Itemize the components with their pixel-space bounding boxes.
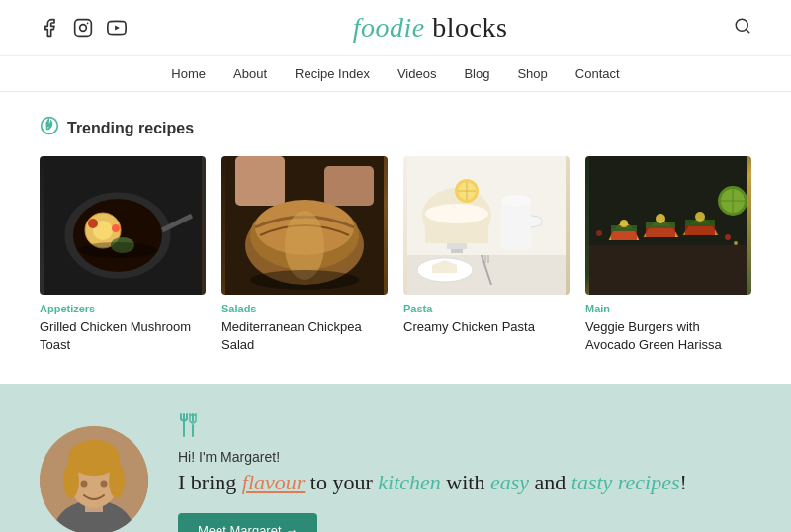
about-section: Hi! I'm Margaret! I bring flavour to you… — [0, 384, 791, 532]
svg-point-23 — [250, 270, 359, 290]
svg-rect-35 — [501, 201, 531, 250]
tagline-mid3: and — [529, 470, 571, 494]
recipe-image-4 — [585, 156, 751, 295]
svg-rect-34 — [451, 249, 463, 253]
svg-rect-18 — [324, 166, 374, 206]
recipe-name-4: Veggie Burgers with Avocado Green Hariss… — [585, 318, 751, 354]
about-greeting: Hi! I'm Margaret! — [178, 449, 751, 465]
about-text-wrap: Hi! I'm Margaret! I bring flavour to you… — [178, 413, 751, 532]
avatar — [40, 426, 148, 532]
site-title: foodie blocks — [353, 12, 508, 44]
recipe-card-2[interactable]: Salads Mediterranean Chickpea Salad — [221, 156, 388, 354]
svg-rect-33 — [447, 243, 467, 249]
tagline-mid: to your — [305, 470, 378, 494]
recipe-category-3: Pasta — [403, 303, 570, 314]
recipe-name-1: Grilled Chicken Mushroom Toast — [40, 318, 206, 354]
recipe-name-3: Creamy Chicken Pasta — [403, 318, 570, 336]
site-title-foodie: foodie — [353, 12, 425, 43]
tagline-flavour: flavour — [242, 470, 306, 494]
svg-rect-0 — [75, 20, 92, 37]
fork-knife-icon — [178, 413, 751, 443]
svg-point-67 — [81, 481, 88, 488]
about-tagline: I bring flavour to your kitchen with eas… — [178, 469, 751, 497]
svg-point-52 — [695, 212, 705, 222]
svg-point-12 — [88, 219, 98, 228]
trending-header: Trending recipes — [40, 116, 751, 140]
recipe-card-1[interactable]: Appetizers Grilled Chicken Mushroom Toas… — [40, 156, 206, 354]
facebook-icon[interactable] — [40, 18, 59, 38]
tagline-mid2: with — [441, 470, 490, 494]
social-icons — [40, 18, 127, 38]
tagline-tasty: tasty recipes — [571, 470, 680, 494]
tagline-easy: easy — [490, 470, 529, 494]
svg-point-66 — [109, 463, 125, 498]
svg-rect-17 — [235, 156, 285, 206]
svg-point-68 — [101, 481, 108, 488]
recipe-card-3[interactable]: Pasta Creamy Chicken Pasta — [403, 156, 570, 354]
nav-blog[interactable]: Blog — [464, 66, 489, 81]
svg-line-5 — [746, 29, 748, 32]
svg-point-49 — [656, 214, 665, 223]
svg-point-59 — [596, 230, 602, 236]
trending-title: Trending recipes — [67, 120, 194, 137]
recipe-image-2 — [221, 156, 388, 295]
nav-shop[interactable]: Shop — [517, 66, 547, 81]
instagram-icon[interactable] — [73, 18, 93, 38]
recipe-category-1: Appetizers — [40, 303, 206, 314]
svg-point-2 — [87, 23, 89, 25]
svg-point-1 — [80, 25, 87, 32]
nav-contact[interactable]: Contact — [575, 66, 620, 81]
svg-point-65 — [63, 463, 79, 498]
svg-point-58 — [734, 241, 738, 245]
main-content: Trending recipes — [0, 92, 791, 384]
svg-point-15 — [78, 242, 157, 258]
recipe-image-3 — [403, 156, 570, 295]
svg-point-22 — [285, 211, 324, 280]
recipe-name-2: Mediterranean Chickpea Salad — [221, 318, 388, 354]
nav-home[interactable]: Home — [171, 66, 206, 81]
svg-point-46 — [620, 220, 628, 227]
tagline-end: ! — [680, 470, 687, 494]
recipe-category-4: Main — [585, 303, 751, 314]
youtube-icon[interactable] — [107, 18, 127, 38]
svg-point-36 — [501, 195, 531, 207]
svg-point-57 — [725, 234, 731, 240]
nav-about[interactable]: About — [233, 66, 267, 81]
svg-rect-43 — [589, 245, 747, 295]
search-icon[interactable] — [734, 17, 751, 40]
svg-marker-3 — [115, 25, 120, 30]
tagline-pre: I bring — [178, 470, 242, 494]
recipe-grid: Appetizers Grilled Chicken Mushroom Toas… — [40, 156, 751, 354]
recipe-category-2: Salads — [221, 303, 388, 314]
meet-margaret-button[interactable]: Meet Margaret → — [178, 513, 317, 532]
site-header: foodie blocks — [0, 0, 791, 56]
svg-point-11 — [112, 224, 120, 232]
nav-videos[interactable]: Videos — [397, 66, 437, 81]
recipe-image-1 — [40, 156, 206, 295]
svg-point-28 — [425, 204, 488, 223]
nav-recipe-index[interactable]: Recipe Index — [295, 66, 370, 81]
tagline-kitchen: kitchen — [378, 470, 441, 494]
flame-icon — [40, 116, 59, 140]
recipe-card-4[interactable]: Main Veggie Burgers with Avocado Green H… — [585, 156, 751, 354]
site-title-blocks: blocks — [425, 12, 508, 43]
main-nav: Home About Recipe Index Videos Blog Shop… — [0, 56, 791, 92]
